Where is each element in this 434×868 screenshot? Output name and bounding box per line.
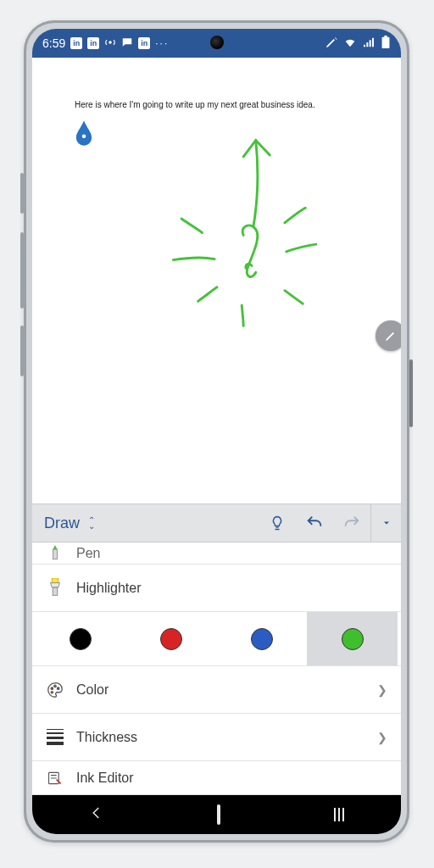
palette-icon <box>46 681 64 699</box>
nav-home[interactable] <box>217 806 220 824</box>
swatch-black[interactable] <box>36 612 126 665</box>
highlighter-icon <box>46 579 64 598</box>
svg-rect-2 <box>384 36 387 37</box>
swatch-red[interactable] <box>126 612 217 665</box>
svg-point-10 <box>51 691 53 693</box>
tool-label: Thickness <box>76 730 137 745</box>
side-button <box>20 173 24 214</box>
svg-point-8 <box>54 685 56 687</box>
side-button <box>409 359 413 427</box>
tool-thickness[interactable]: Thickness ❯ <box>32 714 401 761</box>
svg-rect-6 <box>53 587 58 595</box>
side-button <box>20 326 24 376</box>
tool-list: Pen Highlighter Color ❯ <box>32 542 401 795</box>
android-navbar <box>32 795 401 834</box>
tool-label: Ink Editor <box>76 771 134 786</box>
ink-editor-icon <box>46 769 64 787</box>
undo-button[interactable] <box>296 504 333 542</box>
tool-label: Highlighter <box>76 581 141 596</box>
swatch-green[interactable] <box>307 612 398 665</box>
battery-icon <box>381 36 391 52</box>
clock: 6:59 <box>42 36 65 50</box>
nav-recent[interactable] <box>334 808 344 821</box>
linkedin-icon: in <box>87 37 99 49</box>
linkedin-icon: in <box>70 37 82 49</box>
signal-icon <box>362 36 376 52</box>
pen-icon <box>46 544 64 563</box>
svg-point-0 <box>109 41 111 42</box>
nav-back[interactable] <box>89 805 104 825</box>
expand-icon: ⌃⌄ <box>88 517 95 529</box>
ribbon-header: Draw ⌃⌄ <box>32 504 401 542</box>
tool-pen[interactable]: Pen <box>32 542 401 565</box>
edit-fab[interactable] <box>376 320 401 351</box>
tool-ink-editor[interactable]: Ink Editor <box>32 761 401 795</box>
phone-frame: 6:59 in in in ··· <box>24 20 409 843</box>
pen-signal-icon <box>325 36 338 52</box>
front-camera <box>210 36 224 49</box>
tool-label: Color <box>76 682 108 698</box>
svg-point-9 <box>57 687 58 688</box>
ribbon-dropdown[interactable] <box>370 504 401 542</box>
thickness-icon <box>46 728 64 747</box>
hint-button[interactable] <box>259 504 296 542</box>
svg-rect-5 <box>52 578 58 583</box>
broadcast-icon <box>104 36 116 51</box>
wifi-icon <box>343 36 357 52</box>
color-swatches <box>32 612 401 666</box>
tool-highlighter[interactable]: Highlighter <box>32 565 401 612</box>
chevron-right-icon: ❯ <box>377 683 387 697</box>
swatch-blue[interactable] <box>217 612 308 665</box>
chevron-right-icon: ❯ <box>377 731 387 744</box>
ink-drawing <box>32 58 401 504</box>
more-notifications: ··· <box>155 37 169 49</box>
chat-icon <box>121 36 133 51</box>
screen: 6:59 in in in ··· <box>32 29 401 834</box>
svg-point-7 <box>51 687 53 688</box>
side-button <box>20 232 24 309</box>
svg-rect-1 <box>382 36 390 47</box>
tool-color[interactable]: Color ❯ <box>32 666 401 714</box>
tool-label: Pen <box>76 546 100 561</box>
linkedin-icon: in <box>138 37 150 49</box>
document-canvas[interactable]: Here is where I'm going to write up my n… <box>32 58 401 504</box>
ribbon-tab-label: Draw <box>44 515 80 532</box>
ribbon-tab-draw[interactable]: Draw ⌃⌄ <box>32 515 107 532</box>
redo-button[interactable] <box>333 504 370 542</box>
svg-rect-4 <box>53 549 58 559</box>
